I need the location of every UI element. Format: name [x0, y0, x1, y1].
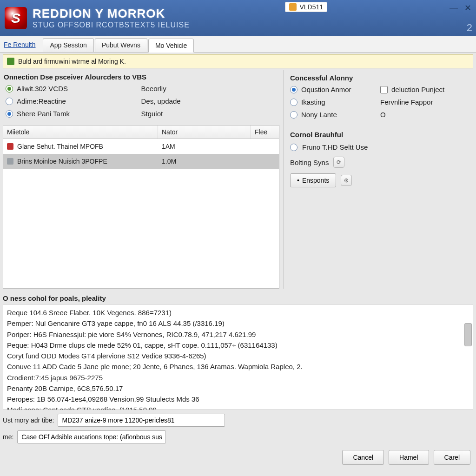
- radio-adime-label: Adime:Reactine: [17, 97, 66, 105]
- list-header: Miietole Nator Flee: [3, 126, 279, 139]
- info-banner: Buld ard firmuwini wtrme al Moring K.: [3, 54, 473, 68]
- left-group-title: Onnection Dse psceiver Alourcders to VBS: [3, 70, 279, 83]
- radio-aliwit[interactable]: [6, 85, 13, 93]
- app-title: REDDION Y MORROK: [33, 7, 471, 21]
- row-status-icon: [7, 158, 13, 165]
- log-title: O ness cohol for poals, pleality: [3, 292, 473, 304]
- ensponts-aux-button[interactable]: ⊛: [341, 175, 352, 186]
- secondary-window-tag: VLD511: [285, 2, 327, 12]
- col-head-flee[interactable]: Flee: [251, 126, 279, 139]
- col-head-name[interactable]: Miietole: [3, 126, 158, 139]
- module-list: Miietole Nator Flee Glane Sehut. Thainel…: [3, 125, 279, 289]
- right-group-a-title: Concessful Alonny: [289, 71, 471, 84]
- row-name: Glane Sehut. Thainel MPOFB: [17, 143, 103, 150]
- tab-mo-vehicle[interactable]: Mo Vehicle: [148, 39, 194, 53]
- tag-icon: [289, 3, 297, 11]
- radio-aliwit-label: Aliwit.302 VCDS: [17, 85, 68, 93]
- radio-nony-label: Nony Lante: [301, 111, 337, 119]
- ensponts-button[interactable]: • Ensponts: [290, 173, 336, 187]
- secondary-window-tag-label: VLD511: [299, 3, 323, 11]
- scrollbar-thumb[interactable]: [464, 323, 472, 346]
- col-head-nator[interactable]: Nator: [158, 126, 251, 139]
- radio-ikasting-label: Ikasting: [301, 98, 325, 106]
- ensponts-button-label: Ensponts: [302, 177, 329, 184]
- log-output[interactable]: Reque 104.6 Sreee Flaber. 10K Vegenes. 8…: [3, 304, 473, 410]
- log-text: Reque 104.6 Sreee Flaber. 10K Vegenes. 8…: [7, 307, 469, 410]
- tab-pubut-wevns[interactable]: Pubut Wevns: [95, 38, 147, 52]
- row-nator: 1.0M: [158, 156, 251, 167]
- carel-button[interactable]: Carel: [434, 450, 470, 465]
- radio-shere-label: Shere Pani Tamk: [17, 110, 70, 118]
- tab-link-renulth[interactable]: Fe Renulth: [3, 38, 42, 52]
- field2-input[interactable]: [17, 430, 166, 443]
- close-button[interactable]: ✕: [464, 3, 471, 13]
- radio-fruno[interactable]: [290, 144, 298, 151]
- check-deluction[interactable]: [380, 86, 388, 93]
- cancel-button[interactable]: Cancel: [342, 450, 384, 465]
- field1-label: Ust mory adr tibe:: [3, 416, 54, 424]
- row-name: Brins Moinloe Nuisich 3POFPE: [17, 158, 107, 165]
- radio-nony[interactable]: [290, 111, 298, 119]
- row-status-icon: [7, 143, 13, 150]
- opt-beeorliy-label: Beeorliy: [141, 85, 166, 93]
- info-banner-text: Buld ard firmuwini wtrme al Moring K.: [18, 58, 126, 65]
- radio-shere[interactable]: [6, 110, 13, 118]
- bolting-syns-icon-button[interactable]: ⟳: [333, 157, 344, 168]
- app-subtitle: STUG OFFSOBI RCOTBSTEXT5 IELUISE: [33, 21, 471, 29]
- footer: Cancel Hamel Carel: [0, 445, 476, 470]
- hamel-button[interactable]: Hamel: [389, 450, 429, 465]
- field2-label: me:: [3, 433, 13, 441]
- info-banner-icon: [7, 58, 14, 65]
- row-flee: [251, 159, 279, 163]
- extra-o-label: O: [380, 111, 386, 119]
- right-group-b-title: Cornol Brauhful: [289, 128, 471, 140]
- tabbar: Fe Renulth App Sesston Pubut Wevns Mo Ve…: [0, 36, 476, 53]
- radio-adime[interactable]: [6, 98, 13, 105]
- radio-oqustion[interactable]: [290, 86, 298, 93]
- opt-stguiot-label: Stguiot: [141, 110, 163, 118]
- radio-oqustion-label: Oqustion Anmor: [301, 86, 351, 93]
- radio-ikasting[interactable]: [290, 99, 298, 106]
- divider: [283, 70, 284, 289]
- row-nator: 1AM: [158, 141, 251, 152]
- row-flee: [251, 145, 279, 148]
- list-row[interactable]: Brins Moinloe Nuisich 3POFPE 1.0M: [3, 154, 279, 169]
- list-row[interactable]: Glane Sehut. Thainel MPOFB 1AM: [3, 139, 279, 154]
- app-logo-icon: S: [5, 7, 27, 29]
- check-deluction-label: deluction Punject: [391, 86, 444, 93]
- minimize-button[interactable]: —: [450, 3, 458, 13]
- radio-fruno-label: Fruno T.HD Seltt Use: [302, 143, 368, 151]
- tab-app-sesston[interactable]: App Sesston: [43, 38, 93, 52]
- extra-fervnline-label: Fervnline Fappor: [380, 98, 433, 106]
- opt-desupdade-label: Des, updade: [141, 97, 181, 105]
- titlebar: S REDDION Y MORROK STUG OFFSOBI RCOTBSTE…: [0, 0, 476, 36]
- corner-glyph: 2: [467, 22, 472, 34]
- field1-input[interactable]: [58, 414, 225, 427]
- bolting-syns-label: Bolting Syns: [290, 159, 329, 166]
